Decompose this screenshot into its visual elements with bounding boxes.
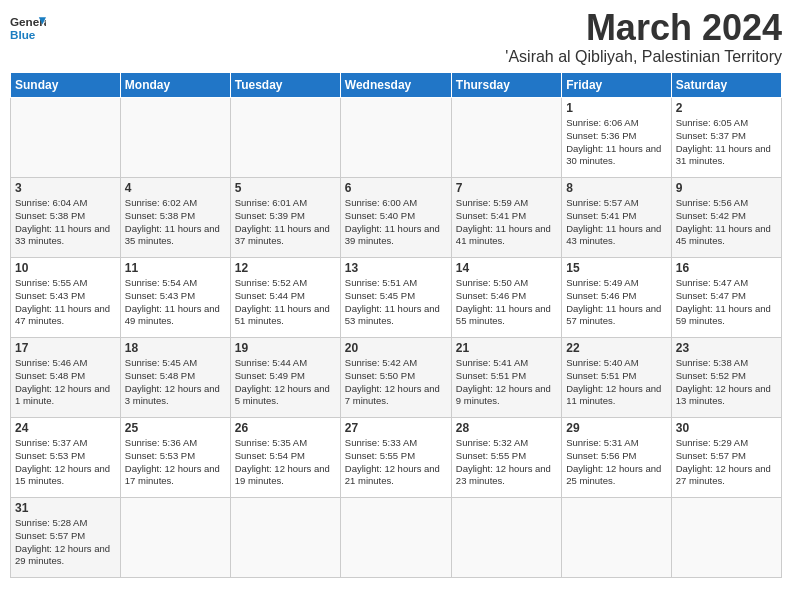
day-number: 6: [345, 181, 447, 195]
day-info: Sunrise: 5:47 AM Sunset: 5:47 PM Dayligh…: [676, 277, 777, 328]
calendar-cell: 27Sunrise: 5:33 AM Sunset: 5:55 PM Dayli…: [340, 418, 451, 498]
calendar-cell: 24Sunrise: 5:37 AM Sunset: 5:53 PM Dayli…: [11, 418, 121, 498]
day-number: 1: [566, 101, 666, 115]
day-number: 11: [125, 261, 226, 275]
calendar-table: SundayMondayTuesdayWednesdayThursdayFrid…: [10, 72, 782, 578]
calendar-cell: 11Sunrise: 5:54 AM Sunset: 5:43 PM Dayli…: [120, 258, 230, 338]
day-info: Sunrise: 6:01 AM Sunset: 5:39 PM Dayligh…: [235, 197, 336, 248]
calendar-cell: 18Sunrise: 5:45 AM Sunset: 5:48 PM Dayli…: [120, 338, 230, 418]
month-title: March 2024: [505, 10, 782, 46]
calendar-cell: [562, 498, 671, 578]
calendar-cell: 5Sunrise: 6:01 AM Sunset: 5:39 PM Daylig…: [230, 178, 340, 258]
day-number: 19: [235, 341, 336, 355]
day-header-tuesday: Tuesday: [230, 73, 340, 98]
week-row-6: 31Sunrise: 5:28 AM Sunset: 5:57 PM Dayli…: [11, 498, 782, 578]
week-row-2: 3Sunrise: 6:04 AM Sunset: 5:38 PM Daylig…: [11, 178, 782, 258]
day-header-wednesday: Wednesday: [340, 73, 451, 98]
day-number: 18: [125, 341, 226, 355]
day-info: Sunrise: 5:46 AM Sunset: 5:48 PM Dayligh…: [15, 357, 116, 408]
day-number: 7: [456, 181, 557, 195]
day-info: Sunrise: 5:37 AM Sunset: 5:53 PM Dayligh…: [15, 437, 116, 488]
day-number: 15: [566, 261, 666, 275]
day-number: 2: [676, 101, 777, 115]
calendar-cell: 16Sunrise: 5:47 AM Sunset: 5:47 PM Dayli…: [671, 258, 781, 338]
header-row: SundayMondayTuesdayWednesdayThursdayFrid…: [11, 73, 782, 98]
week-row-4: 17Sunrise: 5:46 AM Sunset: 5:48 PM Dayli…: [11, 338, 782, 418]
day-number: 30: [676, 421, 777, 435]
calendar-cell: [671, 498, 781, 578]
calendar-cell: 13Sunrise: 5:51 AM Sunset: 5:45 PM Dayli…: [340, 258, 451, 338]
calendar-cell: 12Sunrise: 5:52 AM Sunset: 5:44 PM Dayli…: [230, 258, 340, 338]
day-header-friday: Friday: [562, 73, 671, 98]
day-number: 28: [456, 421, 557, 435]
calendar-cell: [451, 498, 561, 578]
day-header-sunday: Sunday: [11, 73, 121, 98]
day-info: Sunrise: 5:52 AM Sunset: 5:44 PM Dayligh…: [235, 277, 336, 328]
week-row-3: 10Sunrise: 5:55 AM Sunset: 5:43 PM Dayli…: [11, 258, 782, 338]
calendar-cell: 14Sunrise: 5:50 AM Sunset: 5:46 PM Dayli…: [451, 258, 561, 338]
day-info: Sunrise: 5:28 AM Sunset: 5:57 PM Dayligh…: [15, 517, 116, 568]
day-info: Sunrise: 5:51 AM Sunset: 5:45 PM Dayligh…: [345, 277, 447, 328]
week-row-1: 1Sunrise: 6:06 AM Sunset: 5:36 PM Daylig…: [11, 98, 782, 178]
calendar-cell: 31Sunrise: 5:28 AM Sunset: 5:57 PM Dayli…: [11, 498, 121, 578]
svg-text:Blue: Blue: [10, 28, 36, 41]
day-number: 22: [566, 341, 666, 355]
subtitle: 'Asirah al Qibliyah, Palestinian Territo…: [505, 48, 782, 66]
day-number: 26: [235, 421, 336, 435]
day-info: Sunrise: 5:31 AM Sunset: 5:56 PM Dayligh…: [566, 437, 666, 488]
day-number: 3: [15, 181, 116, 195]
calendar-cell: 23Sunrise: 5:38 AM Sunset: 5:52 PM Dayli…: [671, 338, 781, 418]
week-row-5: 24Sunrise: 5:37 AM Sunset: 5:53 PM Dayli…: [11, 418, 782, 498]
title-area: March 2024 'Asirah al Qibliyah, Palestin…: [505, 10, 782, 66]
day-number: 16: [676, 261, 777, 275]
calendar-cell: 21Sunrise: 5:41 AM Sunset: 5:51 PM Dayli…: [451, 338, 561, 418]
day-info: Sunrise: 5:40 AM Sunset: 5:51 PM Dayligh…: [566, 357, 666, 408]
svg-text:General: General: [10, 15, 46, 28]
calendar-cell: 1Sunrise: 6:06 AM Sunset: 5:36 PM Daylig…: [562, 98, 671, 178]
day-number: 13: [345, 261, 447, 275]
calendar-cell: [230, 98, 340, 178]
day-info: Sunrise: 5:55 AM Sunset: 5:43 PM Dayligh…: [15, 277, 116, 328]
calendar-cell: 9Sunrise: 5:56 AM Sunset: 5:42 PM Daylig…: [671, 178, 781, 258]
day-info: Sunrise: 5:35 AM Sunset: 5:54 PM Dayligh…: [235, 437, 336, 488]
day-info: Sunrise: 6:00 AM Sunset: 5:40 PM Dayligh…: [345, 197, 447, 248]
calendar-cell: 25Sunrise: 5:36 AM Sunset: 5:53 PM Dayli…: [120, 418, 230, 498]
day-number: 8: [566, 181, 666, 195]
day-number: 29: [566, 421, 666, 435]
calendar-cell: 6Sunrise: 6:00 AM Sunset: 5:40 PM Daylig…: [340, 178, 451, 258]
day-header-saturday: Saturday: [671, 73, 781, 98]
day-info: Sunrise: 5:38 AM Sunset: 5:52 PM Dayligh…: [676, 357, 777, 408]
calendar-cell: 2Sunrise: 6:05 AM Sunset: 5:37 PM Daylig…: [671, 98, 781, 178]
day-number: 21: [456, 341, 557, 355]
day-info: Sunrise: 5:45 AM Sunset: 5:48 PM Dayligh…: [125, 357, 226, 408]
day-info: Sunrise: 5:44 AM Sunset: 5:49 PM Dayligh…: [235, 357, 336, 408]
day-info: Sunrise: 5:41 AM Sunset: 5:51 PM Dayligh…: [456, 357, 557, 408]
calendar-cell: [120, 498, 230, 578]
day-number: 9: [676, 181, 777, 195]
calendar-cell: [230, 498, 340, 578]
day-info: Sunrise: 6:04 AM Sunset: 5:38 PM Dayligh…: [15, 197, 116, 248]
calendar-cell: 8Sunrise: 5:57 AM Sunset: 5:41 PM Daylig…: [562, 178, 671, 258]
day-info: Sunrise: 5:56 AM Sunset: 5:42 PM Dayligh…: [676, 197, 777, 248]
calendar-cell: 30Sunrise: 5:29 AM Sunset: 5:57 PM Dayli…: [671, 418, 781, 498]
calendar-cell: 3Sunrise: 6:04 AM Sunset: 5:38 PM Daylig…: [11, 178, 121, 258]
day-info: Sunrise: 5:32 AM Sunset: 5:55 PM Dayligh…: [456, 437, 557, 488]
header: General Blue March 2024 'Asirah al Qibli…: [10, 10, 782, 66]
day-number: 5: [235, 181, 336, 195]
day-info: Sunrise: 5:59 AM Sunset: 5:41 PM Dayligh…: [456, 197, 557, 248]
day-info: Sunrise: 5:33 AM Sunset: 5:55 PM Dayligh…: [345, 437, 447, 488]
day-info: Sunrise: 6:05 AM Sunset: 5:37 PM Dayligh…: [676, 117, 777, 168]
day-number: 10: [15, 261, 116, 275]
calendar-cell: 7Sunrise: 5:59 AM Sunset: 5:41 PM Daylig…: [451, 178, 561, 258]
calendar-cell: [451, 98, 561, 178]
day-info: Sunrise: 6:06 AM Sunset: 5:36 PM Dayligh…: [566, 117, 666, 168]
calendar-cell: 22Sunrise: 5:40 AM Sunset: 5:51 PM Dayli…: [562, 338, 671, 418]
calendar-cell: 28Sunrise: 5:32 AM Sunset: 5:55 PM Dayli…: [451, 418, 561, 498]
day-number: 25: [125, 421, 226, 435]
day-number: 17: [15, 341, 116, 355]
day-number: 24: [15, 421, 116, 435]
calendar-cell: [340, 498, 451, 578]
calendar-cell: 4Sunrise: 6:02 AM Sunset: 5:38 PM Daylig…: [120, 178, 230, 258]
calendar-cell: 26Sunrise: 5:35 AM Sunset: 5:54 PM Dayli…: [230, 418, 340, 498]
calendar-cell: 15Sunrise: 5:49 AM Sunset: 5:46 PM Dayli…: [562, 258, 671, 338]
